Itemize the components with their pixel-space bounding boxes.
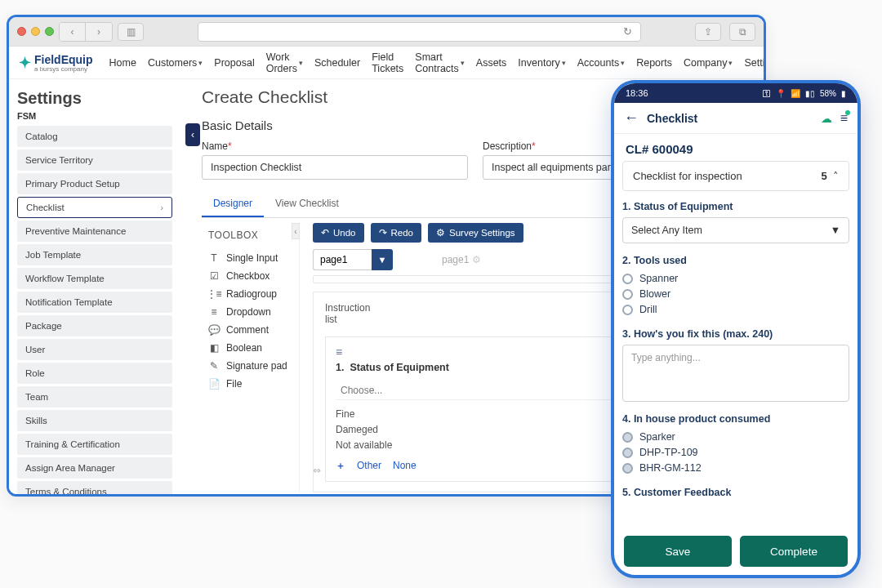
back-button[interactable]: ‹ [60,23,86,41]
wifi-icon: 📶 [791,89,800,98]
page-name-input[interactable] [313,249,372,270]
tool-radiogroup[interactable]: ⋮≡Radiogroup [202,285,297,303]
tool-boolean[interactable]: ◧Boolean [202,339,297,357]
sidebar-item-training[interactable]: Training & Certification [17,434,172,455]
checkbox-icon: ☑ [208,270,220,282]
sidebar-item-checklist[interactable]: Checklist › [17,197,172,218]
page-selector[interactable]: ▼ [313,249,393,270]
tab-designer[interactable]: Designer [202,191,264,217]
sidebar-item-workflow-template[interactable]: Workflow Template [17,268,172,289]
sidebar-collapse-button[interactable]: ‹ [185,123,200,146]
logo-subtext: a bursys company [34,66,93,73]
tool-file[interactable]: 📄File [202,375,297,393]
q4-option-dhp[interactable]: DHP-TP-109 [622,447,849,458]
sidebar-item-preventive-maintenance[interactable]: Preventive Maintenance [17,220,172,242]
radio-icon [622,289,633,300]
tab-view-checklist[interactable]: View Checklist [264,191,350,217]
nav-scheduler[interactable]: Scheduler [314,57,360,69]
nav-reports[interactable]: Reports [636,57,672,69]
battery-icon: ▮ [841,89,846,98]
status-time: 18:36 [626,88,648,98]
q2-option-drill[interactable]: Drill [622,304,849,315]
page-dropdown-button[interactable]: ▼ [372,249,393,270]
name-input[interactable] [202,155,468,180]
q3-textarea[interactable]: Type anything... [622,345,849,402]
tool-signature[interactable]: ✎Signature pad [202,357,297,375]
brand-logo[interactable]: ✦ FieldEquip a bursys company [19,53,93,73]
add-option-button[interactable]: ＋ [336,459,345,473]
nav-settings[interactable]: Settings [744,57,766,69]
minimize-window-icon[interactable] [31,27,40,36]
redo-button[interactable]: ↷Redo [371,223,422,243]
close-window-icon[interactable] [17,27,26,36]
tool-label: File [226,378,242,390]
other-option-button[interactable]: Other [357,460,381,471]
battery-text: 58% [820,89,836,98]
nav-field-tickets[interactable]: Field Tickets [372,51,403,74]
nav-inventory[interactable]: Inventory▾ [518,57,565,69]
tool-comment[interactable]: 💬Comment [202,321,297,339]
forward-button[interactable]: › [86,23,112,41]
q4-options: Sparker DHP-TP-109 BHR-GM-112 [622,430,849,475]
nav-home[interactable]: Home [109,57,136,69]
q4-option-sparker[interactable]: Sparker [622,431,849,443]
sidebar-item-assign-area-manager[interactable]: Assign Area Manager [17,457,172,479]
address-bar[interactable]: ↻ [198,22,641,42]
sidebar-item-skills[interactable]: Skills [17,410,172,431]
nav-company[interactable]: Company▾ [684,57,733,69]
phone-app-header: ← Checklist ☁ ≡ [614,103,858,134]
sidebar-item-service-territory[interactable]: Service Territory [17,149,172,171]
q2-option-spanner[interactable]: Spanner [622,273,849,284]
gear-icon: ⚙ [436,227,445,238]
page-ghost-label: page1 ⚙ [442,254,481,265]
redo-icon: ↷ [379,227,387,238]
tool-single-input[interactable]: TSingle Input [202,249,297,267]
survey-settings-button[interactable]: ⚙Survey Settings [428,223,523,243]
sidebar-toggle-button[interactable]: ▥ [118,23,144,41]
maximize-window-icon[interactable] [45,27,54,36]
undo-button[interactable]: ↶Undo [313,223,364,243]
sidebar-item-primary-product-setup[interactable]: Primary Product Setup [17,173,172,194]
tool-checkbox[interactable]: ☑Checkbox [202,267,297,285]
nav-proposal[interactable]: Proposal [214,57,254,69]
phone-action-bar: Save Complete [614,536,858,567]
nav-accounts[interactable]: Accounts▾ [577,57,625,69]
toolbox-collapse-button[interactable]: ‹ [292,223,300,239]
nav-assets[interactable]: Assets [476,57,507,69]
panel-expand-handle[interactable]: ⇔ [313,465,323,483]
none-option-button[interactable]: None [393,460,416,471]
nav-customers[interactable]: Customers▾ [148,57,203,69]
q4-option-bhr[interactable]: BHR-GM-112 [622,462,849,474]
mobile-preview: 18:36 ⚿ 📍 📶 ▮▯ 58% ▮ ← Checklist ☁ ≡ CL#… [611,80,861,578]
history-nav: ‹ › [59,22,113,42]
tool-label: Signature pad [226,360,287,372]
sidebar-item-team[interactable]: Team [17,386,172,408]
tool-dropdown[interactable]: ≡Dropdown [202,303,297,321]
radio-icon: ⋮≡ [208,288,220,300]
complete-button[interactable]: Complete [740,536,848,567]
nav-work-orders[interactable]: Work Orders▾ [266,51,303,74]
sidebar-item-user[interactable]: User [17,339,172,360]
q2-option-blower[interactable]: Blower [622,288,849,300]
tabs-button[interactable]: ⧉ [729,23,755,41]
menu-icon[interactable]: ≡ [840,111,848,126]
logo-glyph: ✦ [19,54,31,72]
save-button[interactable]: Save [624,536,732,567]
q1-label: 1. Status of Equipment [622,201,849,212]
sidebar-item-catalog[interactable]: Catalog [17,126,172,147]
nav-smart-contracts[interactable]: Smart Contracts▾ [415,51,465,74]
sidebar-item-notification-template[interactable]: Notification Template [17,292,172,313]
q5-label: 5. Customer Feedback [622,487,849,498]
phone-status-bar: 18:36 ⚿ 📍 📶 ▮▯ 58% ▮ [614,83,858,103]
sidebar-item-job-template[interactable]: Job Template [17,244,172,265]
browser-title-bar: ‹ › ▥ ↻ ⇪ ⧉ [9,17,764,47]
q4-label: 4. In house product consumed [622,413,849,425]
share-button[interactable]: ⇪ [695,23,721,41]
q1-select[interactable]: Select Any Item ▼ [622,217,849,243]
sidebar-item-package[interactable]: Package [17,315,172,336]
sidebar-item-role[interactable]: Role [17,363,172,384]
cloud-sync-icon[interactable]: ☁ [821,112,832,125]
back-icon[interactable]: ← [624,109,639,127]
checklist-for-row[interactable]: Checklist for inspection 5 ˄ [622,161,849,191]
sidebar-item-terms[interactable]: Terms & Conditions [17,481,172,497]
